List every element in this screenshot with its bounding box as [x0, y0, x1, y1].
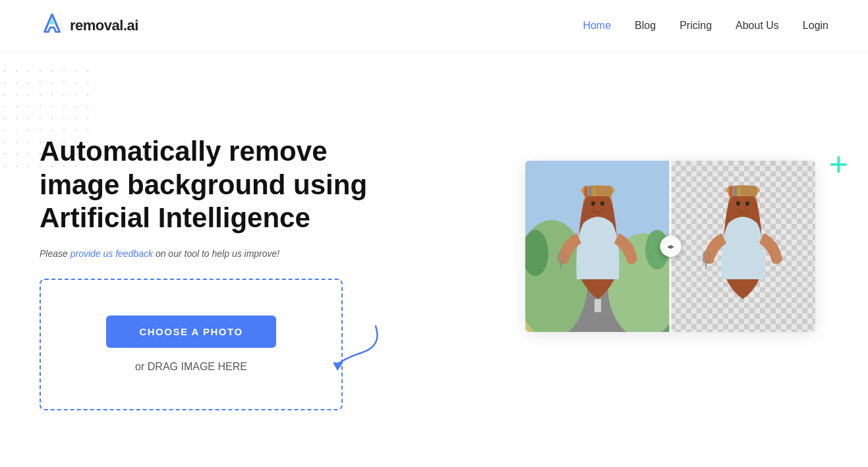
svg-rect-21	[728, 186, 757, 196]
svg-rect-22	[730, 187, 732, 196]
logo-link[interactable]: removal.ai	[40, 12, 138, 40]
image-after	[670, 161, 815, 332]
hero-right: +	[525, 161, 828, 332]
nav-about[interactable]: About Us	[736, 20, 779, 31]
svg-rect-12	[583, 186, 612, 196]
feedback-text: Please provide us feedback on our tool t…	[40, 248, 409, 259]
upload-drop-zone[interactable]: CHOOSE A PHOTO or DRAG IMAGE HERE	[40, 279, 343, 410]
navbar: removal.ai Home Blog Pricing About Us Lo…	[0, 0, 868, 52]
plus-decoration: +	[829, 148, 848, 180]
hero-title: Automatically remove image background us…	[40, 82, 409, 234]
svg-rect-13	[585, 187, 587, 196]
nav-blog[interactable]: Blog	[635, 20, 656, 31]
svg-marker-1	[333, 362, 343, 371]
main-content: Automatically remove image background us…	[0, 52, 868, 454]
svg-rect-14	[589, 187, 591, 196]
svg-rect-5	[594, 299, 601, 312]
svg-point-25	[736, 202, 740, 206]
nav-login[interactable]: Login	[803, 20, 828, 31]
nav-pricing[interactable]: Pricing	[680, 20, 712, 31]
svg-rect-24	[738, 187, 740, 196]
nav-menu: Home Blog Pricing About Us Login	[583, 20, 828, 32]
svg-rect-15	[593, 187, 595, 196]
svg-point-16	[591, 202, 595, 206]
image-comparison	[525, 161, 815, 332]
comparison-divider	[670, 161, 672, 332]
image-before	[525, 161, 670, 332]
nav-home[interactable]: Home	[583, 20, 611, 31]
svg-point-26	[745, 202, 749, 206]
choose-photo-button[interactable]: CHOOSE A PHOTO	[106, 316, 275, 348]
logo-icon	[40, 12, 65, 40]
svg-rect-23	[734, 187, 736, 196]
svg-point-17	[600, 202, 604, 206]
curved-arrow-left	[323, 319, 389, 375]
logo-text: removal.ai	[70, 17, 138, 34]
comparison-handle[interactable]	[660, 236, 681, 257]
feedback-link[interactable]: provide us feedback	[71, 248, 153, 259]
drag-text: or DRAG IMAGE HERE	[135, 361, 247, 373]
